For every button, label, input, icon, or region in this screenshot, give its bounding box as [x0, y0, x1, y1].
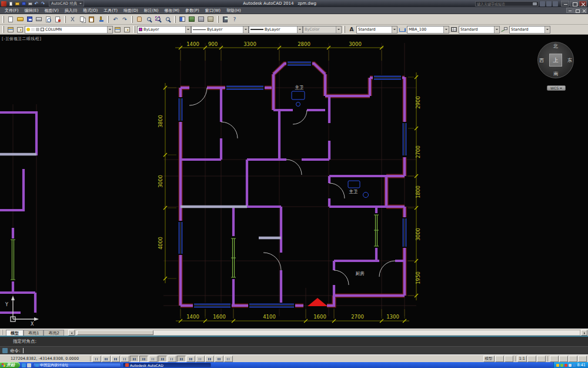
mleader-style-icon[interactable] — [500, 25, 509, 34]
toggle-transparency[interactable] — [196, 356, 205, 362]
clean-screen-icon[interactable] — [578, 356, 587, 362]
toggle-snap[interactable] — [102, 356, 111, 362]
zoom-window-icon[interactable] — [153, 15, 163, 24]
zoom-realtime-icon[interactable] — [144, 15, 153, 24]
tray-clock[interactable]: 8:41 — [577, 363, 586, 367]
doc-minimize-button[interactable] — [566, 8, 573, 13]
qat-redo-icon[interactable]: ↷ — [40, 1, 46, 6]
chevron-down-icon[interactable] — [297, 26, 302, 33]
tab-model[interactable]: 模型 — [6, 330, 24, 336]
help-question-icon[interactable]: ? — [230, 15, 239, 24]
close-button[interactable] — [579, 1, 587, 6]
wcs-menu[interactable]: WCS — [547, 85, 566, 91]
menu-view[interactable]: 视图(V) — [41, 7, 61, 14]
toggle-polar[interactable] — [130, 356, 139, 362]
dim-style-dropdown[interactable]: MBA_100 — [407, 26, 449, 34]
toggle-osnap[interactable] — [139, 356, 148, 362]
cut-icon[interactable] — [68, 15, 77, 24]
properties-palette-icon[interactable] — [178, 15, 187, 24]
qat-open-icon[interactable] — [14, 1, 20, 6]
quick-view-drawings-icon[interactable] — [505, 356, 513, 362]
toggle-grid[interactable] — [111, 356, 120, 362]
menu-help[interactable]: 帮助(H) — [223, 7, 244, 14]
viewcube-east-label[interactable]: 东 — [567, 57, 572, 64]
menu-format[interactable]: 格式(O) — [80, 7, 101, 14]
taskbar-item-autocad[interactable]: Autodesk AutoCAD — [123, 363, 211, 367]
layer-on-bulb-icon[interactable] — [26, 28, 30, 31]
menu-modify[interactable]: 修改(M) — [161, 7, 182, 14]
toggle-ducs[interactable] — [168, 356, 176, 362]
minimize-button[interactable] — [561, 1, 569, 6]
qat-undo-icon[interactable]: ↶ — [34, 1, 39, 6]
toggle-selection-cycling[interactable] — [215, 356, 223, 362]
color-dropdown[interactable]: ByLayer — [137, 26, 191, 34]
pan-icon[interactable] — [135, 15, 144, 24]
text-style-dropdown[interactable]: Standard — [356, 26, 397, 34]
tray-icon-2[interactable] — [560, 364, 563, 367]
tab-layout2[interactable]: 布局2 — [44, 330, 64, 336]
chevron-down-icon[interactable] — [544, 26, 550, 33]
toolbar-grip[interactable] — [343, 26, 345, 33]
menu-dimension[interactable]: 标注(N) — [141, 7, 162, 14]
signin-icon[interactable] — [540, 1, 545, 6]
autoscale-icon[interactable] — [537, 356, 546, 362]
start-button[interactable]: 开始 — [0, 362, 20, 368]
infocenter-search[interactable] — [475, 1, 539, 6]
table-style-icon[interactable] — [449, 25, 459, 34]
undo-icon[interactable]: ↶ — [111, 15, 120, 24]
chevron-down-icon[interactable] — [392, 26, 397, 33]
table-style-dropdown[interactable]: Standard — [459, 26, 500, 34]
chevron-down-icon[interactable] — [185, 26, 191, 33]
toolbar-grip[interactable] — [64, 16, 66, 23]
isolate-objects-icon[interactable] — [569, 356, 577, 362]
coordinates-readout[interactable]: 127204.8382, -43144.8308, 0.0000 — [1, 356, 88, 361]
toggle-otrack[interactable] — [158, 356, 167, 362]
model-space-button[interactable]: 模型 — [483, 356, 495, 362]
scrollbar-thumb[interactable] — [77, 330, 153, 335]
make-layer-current-icon[interactable] — [113, 25, 122, 34]
toggle-3d-osnap[interactable] — [149, 356, 158, 362]
tab-layout1[interactable]: 布局1 — [24, 330, 44, 336]
workspace-dropdown[interactable]: AutoCAD 经典 — [49, 1, 84, 6]
toggle-quick-properties[interactable] — [205, 356, 214, 362]
taskbar-item-browser[interactable]: 中国室内设计论坛 — [33, 363, 121, 367]
layer-properties-manager-icon[interactable] — [6, 25, 15, 34]
toolbar-grip[interactable] — [174, 16, 176, 23]
quick-view-layouts-icon[interactable] — [495, 356, 504, 362]
toolbar-grip[interactable] — [131, 16, 133, 23]
horizontal-scrollbar[interactable] — [68, 329, 588, 336]
sheet-set-manager-icon[interactable] — [206, 15, 215, 24]
toolbar-grip[interactable] — [133, 26, 135, 33]
lineweight-dropdown[interactable]: ByLayer — [249, 26, 303, 34]
toggle-ortho[interactable] — [121, 356, 129, 362]
layer-dropdown[interactable]: COLUMN — [25, 26, 113, 34]
menu-edit[interactable]: 编辑(E) — [22, 7, 42, 14]
menu-parametric[interactable]: 参数(P) — [182, 7, 202, 14]
publish-icon[interactable] — [53, 15, 62, 24]
quick-calc-icon[interactable] — [220, 15, 230, 24]
show-desktop-icon[interactable] — [27, 363, 31, 367]
search-input[interactable] — [477, 2, 532, 6]
annotation-visibility-icon[interactable] — [527, 356, 536, 362]
copy-icon[interactable] — [77, 15, 86, 24]
viewcube-south-label[interactable]: 南 — [553, 71, 558, 77]
chevron-down-icon[interactable] — [243, 26, 248, 33]
qat-new-icon[interactable] — [8, 1, 14, 6]
drawing-canvas[interactable]: 1400 900 3300 2800 3000 1400 1600 4100 1… — [0, 35, 588, 329]
redo-icon[interactable]: ↷ — [120, 15, 129, 24]
viewcube-north-label[interactable]: 北 — [553, 43, 558, 49]
match-properties-icon[interactable] — [96, 15, 105, 24]
search-binoculars-icon[interactable] — [533, 2, 537, 5]
annotation-scale-button[interactable]: 1:1 — [517, 356, 527, 362]
save-icon[interactable] — [25, 15, 34, 24]
plot-preview-icon[interactable] — [44, 15, 53, 24]
menu-tools[interactable]: 工具(T) — [101, 7, 121, 14]
help-icon[interactable] — [553, 1, 558, 6]
chevron-down-icon[interactable] — [443, 26, 449, 33]
toolbar-grip[interactable] — [217, 16, 219, 23]
viewport-controls-label[interactable]: [-][俯视][二维线框] — [2, 36, 41, 42]
qat-save-icon[interactable] — [21, 1, 26, 6]
toolbar-grip[interactable] — [2, 26, 4, 33]
text-style-icon[interactable]: A — [347, 25, 356, 34]
design-center-icon[interactable] — [187, 15, 196, 24]
